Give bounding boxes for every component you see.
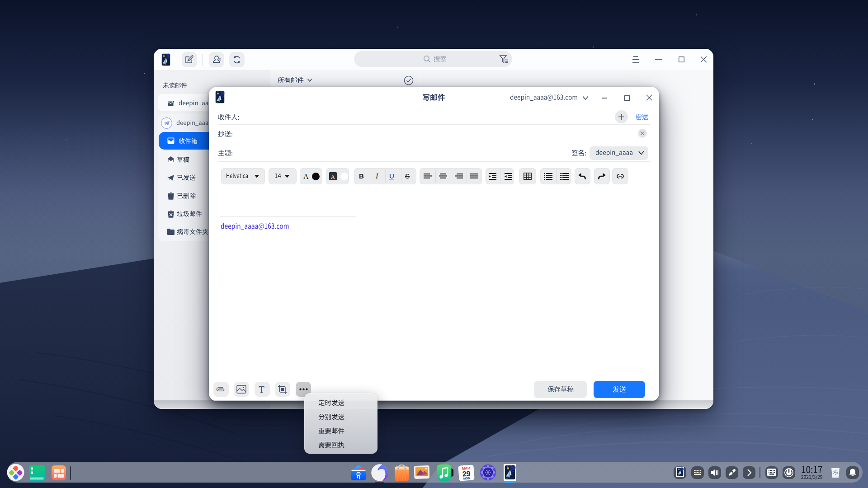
- svg-text:MON: MON: [463, 476, 471, 480]
